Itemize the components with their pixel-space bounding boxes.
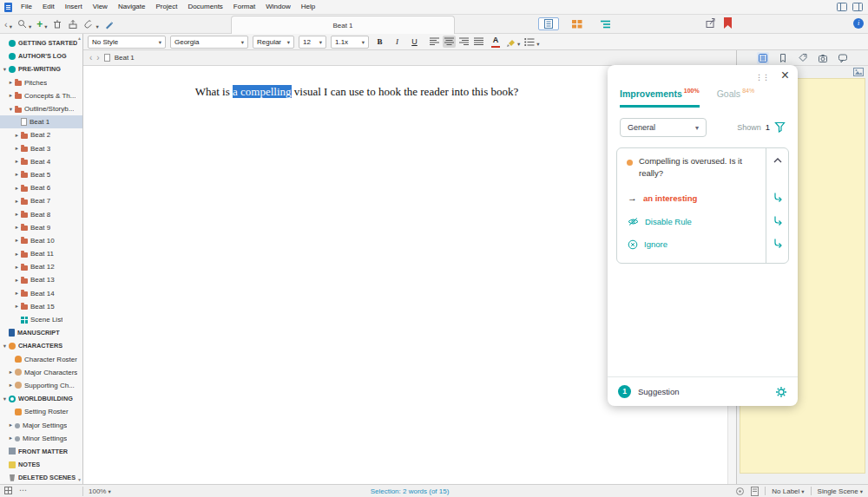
list-button[interactable] [524, 34, 539, 49]
disclosure-arrow-icon[interactable]: ▸ [14, 224, 20, 231]
disable-rule-action[interactable]: Disable Rule [628, 217, 692, 226]
share-button[interactable] [705, 17, 716, 29]
italic-button[interactable]: I [391, 36, 404, 49]
disclosure-arrow-icon[interactable]: ▸ [14, 132, 20, 139]
binder-item[interactable]: ▸ Beat 15 [0, 300, 82, 313]
add-item-button[interactable]: + [36, 16, 48, 33]
binder-item[interactable]: FRONT MATTER [0, 445, 82, 458]
binder-options-icon[interactable] [4, 487, 12, 494]
disclosure-arrow-icon[interactable]: ▸ [8, 79, 14, 86]
section-type-dropdown[interactable]: Single Scene [818, 487, 863, 495]
inspector-tab-bookmarks[interactable] [777, 52, 789, 64]
disclosure-arrow-icon[interactable]: ▸ [14, 211, 20, 218]
search-button[interactable] [16, 16, 32, 33]
page-icon[interactable] [751, 487, 759, 496]
binder-item[interactable]: Character Roster [0, 353, 82, 366]
layout-right-panel-icon[interactable] [852, 3, 863, 11]
replacement-action[interactable]: →an interesting [628, 193, 697, 203]
binder-item[interactable]: Setting Roster [0, 405, 82, 418]
menu-item[interactable]: Navigate [113, 0, 151, 14]
binder-item[interactable]: DELETED SCENES [0, 471, 82, 484]
menu-item[interactable]: Project [150, 0, 182, 14]
binder-item[interactable]: ▾ WORLDBUILDING [0, 392, 82, 405]
disclosure-arrow-icon[interactable]: ▸ [14, 185, 20, 192]
disclosure-arrow-icon[interactable]: ▸ [14, 303, 20, 310]
binder-item[interactable]: ▸ Beat 6 [0, 181, 82, 194]
line-spacing-dropdown[interactable]: 1.1x [331, 36, 369, 49]
menu-item[interactable]: Insert [60, 0, 88, 14]
font-color-button[interactable]: A [490, 36, 502, 49]
disclosure-arrow-icon[interactable]: ▸ [14, 264, 20, 271]
binder-item[interactable]: ▾ CHARACTERS [0, 339, 82, 352]
disclosure-arrow-icon[interactable]: ▸ [14, 145, 20, 152]
binder-item[interactable]: ▸ Beat 9 [0, 221, 82, 234]
view-mode-document-button[interactable] [538, 17, 559, 30]
binder-item[interactable]: ▸ Major Characters [0, 366, 82, 379]
bold-button[interactable]: B [373, 36, 386, 49]
binder-item[interactable]: ▾ PRE-WRITING [0, 62, 82, 75]
align-left-button[interactable] [428, 36, 441, 48]
binder-item[interactable]: ▸ Supporting Ch... [0, 379, 82, 392]
history-back-button[interactable]: ‹ [3, 16, 13, 33]
inspector-tab-comments[interactable] [837, 52, 849, 64]
highlight-button[interactable] [506, 34, 520, 49]
disclosure-arrow-icon[interactable]: ▸ [8, 435, 14, 441]
info-icon[interactable]: i [853, 18, 864, 29]
scroll-down-icon[interactable] [77, 477, 82, 482]
disclosure-arrow-icon[interactable]: ▸ [14, 171, 20, 178]
disclosure-arrow-icon[interactable]: ▸ [14, 198, 20, 205]
binder-item[interactable]: ▸ Beat 3 [0, 142, 82, 155]
binder-item[interactable]: ▸ Beat 12 [0, 260, 82, 273]
menu-item[interactable]: Help [296, 0, 320, 14]
align-right-button[interactable] [457, 36, 470, 48]
apply-ignore-button[interactable] [773, 238, 783, 248]
editor-forward-icon[interactable]: › [96, 52, 99, 64]
disclosure-arrow-icon[interactable]: ▾ [2, 66, 8, 73]
binder-item[interactable]: Beat 1 [0, 115, 82, 128]
binder-item[interactable]: ▸ Pitches [0, 76, 82, 89]
trash-button[interactable] [51, 18, 63, 30]
menu-item[interactable]: Documents [182, 0, 227, 14]
editor-back-icon[interactable]: ‹ [89, 52, 92, 64]
align-center-button[interactable] [443, 36, 456, 48]
binder-item[interactable]: ▸ Beat 14 [0, 287, 82, 300]
compose-button[interactable] [103, 18, 115, 30]
menu-item[interactable]: View [88, 0, 113, 14]
disclosure-arrow-icon[interactable]: ▸ [14, 277, 20, 284]
font-dropdown[interactable]: Georgia [170, 36, 248, 49]
font-variant-dropdown[interactable]: Regular [253, 36, 294, 49]
binder-item[interactable]: ▸ Beat 11 [0, 247, 82, 260]
binder-item[interactable]: ▸ Concepts & Th... [0, 89, 82, 102]
binder-item[interactable]: ▸ Minor Settings [0, 432, 82, 445]
disclosure-arrow-icon[interactable]: ▾ [2, 343, 8, 350]
synopsis-image-toggle[interactable] [853, 68, 864, 76]
menu-item[interactable]: Format [228, 0, 260, 14]
binder-item[interactable]: MANUSCRIPT [0, 326, 82, 339]
binder-item[interactable]: ▸ Beat 4 [0, 155, 82, 168]
binder-item[interactable]: ▸ Beat 10 [0, 234, 82, 247]
disclosure-arrow-icon[interactable]: ▸ [8, 369, 14, 376]
drag-handle-icon[interactable]: ⋮⋮ [755, 73, 769, 82]
disclosure-arrow-icon[interactable]: ▾ [2, 396, 8, 402]
view-mode-outline-button[interactable] [595, 17, 616, 30]
tab-improvements[interactable]: Improvements100% [620, 88, 700, 108]
filter-icon[interactable] [774, 121, 786, 133]
binder-item[interactable]: ▸ Beat 13 [0, 273, 82, 286]
chevron-down-icon[interactable] [8, 16, 12, 32]
disclosure-arrow-icon[interactable]: ▸ [14, 290, 20, 297]
disclosure-arrow-icon[interactable]: ▸ [8, 422, 14, 428]
chevron-down-icon[interactable] [43, 16, 47, 32]
editor-text[interactable]: What is a compelling visual I can use to… [83, 85, 630, 99]
close-icon[interactable]: × [781, 68, 789, 83]
binder-item[interactable]: ▸ Major Settings [0, 418, 82, 431]
disclosure-arrow-icon[interactable]: ▸ [8, 92, 14, 99]
binder-item[interactable]: ▾ Outline/Storyb... [0, 102, 82, 115]
chevron-down-icon[interactable] [94, 16, 98, 32]
disclosure-arrow-icon[interactable]: ▸ [14, 158, 20, 165]
binder-item[interactable]: ▸ Beat 5 [0, 168, 82, 181]
scroll-up-icon[interactable] [77, 36, 82, 41]
binder-item[interactable]: NOTES [0, 458, 82, 471]
view-mode-corkboard-button[interactable] [567, 17, 588, 30]
menu-item[interactable]: Edit [37, 0, 60, 14]
binder-item[interactable]: AUTHOR'S LOG [0, 49, 82, 62]
